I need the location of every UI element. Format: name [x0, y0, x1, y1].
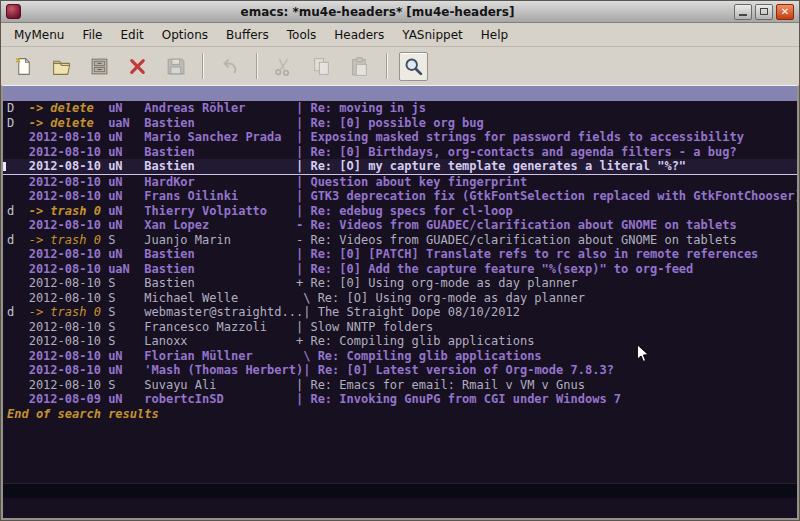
subject-cell: | Re: [0] Birthdays, org-contacts and ag…: [296, 145, 737, 159]
message-row[interactable]: 2012-08-10SLanoxx+ Re: Compiling glib ap…: [3, 334, 797, 349]
flags-cell: S: [108, 320, 144, 335]
flags-cell: S: [108, 233, 144, 248]
toolbar-separator: [386, 53, 387, 79]
subject-cell: | Exposing masked strings for password f…: [296, 130, 744, 144]
message-row[interactable]: D-> deleteuaNBastien| Re: [0] possible o…: [3, 116, 797, 131]
minimize-button[interactable]: [734, 4, 752, 20]
message-row[interactable]: 2012-08-10uaNBastien| Re: [0] Add the ca…: [3, 262, 797, 277]
from-cell: Juanjo Marin: [144, 233, 296, 248]
menu-yasnippet[interactable]: YASnippet: [393, 25, 472, 45]
mark-cell: d: [7, 233, 29, 248]
flags-cell: uN: [108, 145, 144, 160]
flags-cell: uN: [108, 204, 144, 219]
flags-cell: uN: [108, 189, 144, 204]
date-cell: 2012-08-09: [29, 392, 108, 407]
message-row[interactable]: 2012-08-10uN'Mash (Thomas Herbert)| Re: …: [3, 363, 797, 378]
flags-cell: S: [108, 334, 144, 349]
message-row-current[interactable]: 2012-08-10uNBastien| Re: [O] my capture …: [3, 159, 797, 175]
menu-buffers[interactable]: Buffers: [217, 25, 278, 45]
message-row[interactable]: 2012-08-10SMichael Welle \ Re: [O] Using…: [3, 291, 797, 306]
mark-action-cell: -> delete: [29, 116, 108, 131]
kill-buffer-icon[interactable]: [123, 52, 152, 81]
titlebar[interactable]: emacs: *mu4e-headers* [mu4e-headers] ✕: [1, 1, 799, 23]
from-cell: Thierry Volpiatto: [144, 204, 296, 219]
header-line: ▼ Date Flgs From/To Subject: [3, 86, 797, 101]
message-row[interactable]: 2012-08-10uNFrans Oilinki| GTK3 deprecat…: [3, 189, 797, 204]
from-cell: Andreas Röhler: [144, 101, 296, 116]
flags-cell: S: [108, 291, 144, 306]
menubar: MyMenuFileEditOptionsBuffersToolsHeaders…: [1, 23, 799, 47]
date-cell: 2012-08-10: [29, 175, 108, 190]
menu-help[interactable]: Help: [472, 25, 517, 45]
date-cell: 2012-08-10: [29, 262, 108, 277]
from-cell: Frans Oilinki: [144, 189, 296, 204]
copy-icon: [307, 52, 336, 81]
message-row[interactable]: 2012-08-10uNMario Sanchez Prada| Exposin…: [3, 130, 797, 145]
menu-edit[interactable]: Edit: [112, 25, 153, 45]
from-cell: robertcInSD: [144, 392, 296, 407]
close-button[interactable]: ✕: [776, 4, 794, 20]
open-file-icon[interactable]: [47, 52, 76, 81]
message-row[interactable]: d-> trash 0Swebmaster@straightd...| The …: [3, 305, 797, 320]
subject-cell: | Re: Invoking GnuPG from CGI under Wind…: [296, 392, 621, 406]
message-row[interactable]: 2012-08-09uNrobertcInSD| Re: Invoking Gn…: [3, 392, 797, 407]
message-row[interactable]: 2012-08-10SBastien+ Re: [0] Using org-mo…: [3, 276, 797, 291]
subject-cell: \ Re: [O] Using org-mode as day planner: [296, 291, 585, 305]
date-cell: 2012-08-10: [29, 218, 108, 233]
from-cell: Bastien: [144, 262, 296, 277]
message-row[interactable]: 2012-08-10uNXan Lopez- Re: Videos from G…: [3, 218, 797, 233]
date-cell: 2012-08-10: [29, 378, 108, 393]
from-cell: Bastien: [144, 116, 296, 131]
mark-action-cell: -> trash 0: [29, 204, 108, 219]
date-cell: 2012-08-10: [29, 189, 108, 204]
menu-headers[interactable]: Headers: [325, 25, 393, 45]
dired-icon[interactable]: [85, 52, 114, 81]
minimize-icon: [739, 14, 747, 16]
new-file-icon[interactable]: [9, 52, 38, 81]
date-cell: 2012-08-10: [29, 320, 108, 335]
undo-icon: [215, 52, 244, 81]
window-title: emacs: *mu4e-headers* [mu4e-headers]: [26, 5, 729, 19]
date-cell: 2012-08-10: [29, 276, 108, 291]
menu-options[interactable]: Options: [153, 25, 217, 45]
flags-cell: uN: [108, 159, 144, 174]
headers-list: D-> deleteuNAndreas Röhler| Re: moving i…: [3, 101, 797, 407]
message-row[interactable]: 2012-08-10uNBastien| Re: [0] [PATCH] Tra…: [3, 247, 797, 262]
menu-mymenu[interactable]: MyMenu: [5, 25, 73, 45]
flags-cell: S: [108, 276, 144, 291]
menu-file[interactable]: File: [73, 25, 111, 45]
message-row[interactable]: d-> trash 0SJuanjo Marin- Re: Videos fro…: [3, 233, 797, 248]
subject-cell: + Re: Compiling glib applications: [296, 334, 534, 348]
subject-cell: + Re: [0] Using org-mode as day planner: [296, 276, 578, 290]
from-cell: Bastien: [144, 145, 296, 160]
from-cell: Bastien: [144, 276, 296, 291]
emacs-window: emacs: *mu4e-headers* [mu4e-headers] ✕ M…: [0, 0, 800, 521]
from-cell: Suvayu Ali: [144, 378, 296, 393]
window-menu-icon[interactable]: [6, 4, 21, 19]
subject-cell: | The Straight Dope 08/10/2012: [303, 305, 520, 319]
subject-cell: | Re: [0] Latest version of Org-mode 7.8…: [303, 363, 614, 377]
message-row[interactable]: D-> deleteuNAndreas Röhler| Re: moving i…: [3, 101, 797, 116]
save-buffer-icon: [161, 52, 190, 81]
date-cell: 2012-08-10: [29, 291, 108, 306]
from-cell: Michael Welle: [144, 291, 296, 306]
date-cell: 2012-08-10: [29, 159, 108, 174]
message-row[interactable]: 2012-08-10uNBastien| Re: [0] Birthdays, …: [3, 145, 797, 160]
toolbar-separator: [256, 53, 257, 79]
message-row[interactable]: 2012-08-10uNHardKor| Question about key …: [3, 175, 797, 190]
modeline[interactable]: *mu4e-headers* ( 5, 0) [All/2.0k] [mu4e-…: [3, 483, 797, 498]
message-row[interactable]: 2012-08-10SFrancesco Mazzoli| Slow NNTP …: [3, 320, 797, 335]
flags-cell: uN: [108, 218, 144, 233]
message-row[interactable]: 2012-08-10uNFlorian Müllner \ Re: Compil…: [3, 349, 797, 364]
menu-tools[interactable]: Tools: [278, 25, 326, 45]
flags-cell: uaN: [108, 116, 144, 131]
isearch-icon[interactable]: [399, 52, 428, 81]
flags-cell: uN: [108, 130, 144, 145]
minibuffer[interactable]: [3, 498, 797, 518]
mark-cell: D: [7, 101, 29, 116]
maximize-button[interactable]: [755, 4, 773, 20]
message-row[interactable]: 2012-08-10SSuvayu Ali| Re: Emacs for ema…: [3, 378, 797, 393]
message-row[interactable]: d-> trash 0uNThierry Volpiatto| Re: edeb…: [3, 204, 797, 219]
window-controls: ✕: [734, 4, 794, 20]
toolbar: [1, 47, 799, 85]
